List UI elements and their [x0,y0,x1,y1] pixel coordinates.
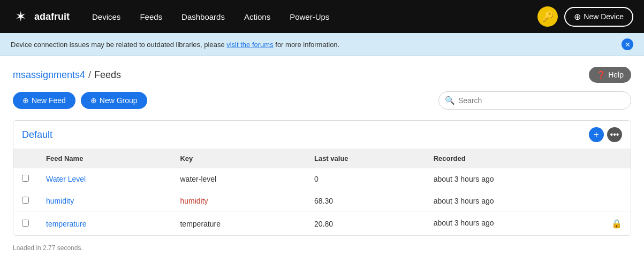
group-more-button[interactable]: ••• [607,127,622,142]
svg-text:✶: ✶ [16,11,26,22]
nav-powerups[interactable]: Power-Ups [280,2,339,32]
search-input[interactable] [438,91,631,110]
row-checkbox-cell [13,212,37,236]
breadcrumb-current: Feeds [94,69,121,81]
new-feed-button[interactable]: ⊕ New Feed [13,92,75,109]
row-checkbox[interactable] [22,175,29,182]
group-header: Default + ••• [13,121,631,149]
group-actions: + ••• [589,127,622,142]
new-device-button[interactable]: ⊕ New Device [564,7,633,27]
col-checkbox [13,149,37,168]
col-feed-name: Feed Name [37,149,171,168]
feed-table: Feed Name Key Last value Recorded Water … [13,149,631,235]
close-icon: ✕ [625,41,631,49]
page-content: msassignments4 / Feeds ❓ Help ⊕ New Feed… [0,56,644,262]
alert-link[interactable]: visit the forums [226,41,273,49]
row-key: temperature [171,212,305,236]
plus-icon: ⊕ [90,96,97,105]
col-recorded: Recorded [425,149,631,168]
feed-name-link[interactable]: humidity [46,197,74,205]
col-key: Key [171,149,305,168]
navbar: ✶ adafruit Devices Feeds Dashboards Acti… [0,0,644,33]
row-feed-name: Water Level [37,168,171,190]
row-key: humidity [171,190,305,212]
help-button[interactable]: ❓ Help [589,67,631,83]
table-row: temperature temperature 20.80 about 3 ho… [13,212,631,236]
col-last-value: Last value [306,149,425,168]
adafruit-logo-icon: ✶ [11,7,30,26]
footer: Loaded in 2.77 seconds. [13,244,631,252]
load-time: Loaded in 2.77 seconds. [13,244,83,252]
breadcrumb-separator: / [88,69,91,81]
feed-name-link[interactable]: temperature [46,220,86,228]
nav-devices[interactable]: Devices [82,2,130,32]
plus-icon: ⊕ [574,12,581,22]
nav-links: Devices Feeds Dashboards Actions Power-U… [82,2,537,32]
row-checkbox[interactable] [22,220,29,227]
row-key: water-level [171,168,305,190]
row-last-value: 20.80 [306,212,425,236]
new-group-button[interactable]: ⊕ New Group [81,92,147,109]
row-checkbox[interactable] [22,197,29,204]
row-last-value: 0 [306,168,425,190]
row-recorded: about 3 hours ago [425,168,631,190]
feed-name-link[interactable]: Water Level [46,175,86,183]
breadcrumb: msassignments4 / Feeds ❓ Help [13,67,631,83]
row-recorded: about 3 hours ago 🔒 [425,212,631,236]
new-device-label: New Device [584,12,624,21]
search-container: 🔍 [438,91,631,110]
alert-close-button[interactable]: ✕ [622,38,633,50]
brand-name: adafruit [34,11,70,22]
table-row: humidity humidity 68.30 about 3 hours ag… [13,190,631,212]
group-title: Default [22,129,52,141]
table-row: Water Level water-level 0 about 3 hours … [13,168,631,190]
help-icon: ❓ [596,71,605,79]
plus-icon: ⊕ [22,96,29,105]
more-icon: ••• [610,130,619,139]
nav-feeds[interactable]: Feeds [130,2,172,32]
breadcrumb-left: msassignments4 / Feeds [13,69,121,81]
alert-banner: Device connection issues may be related … [0,33,644,56]
row-checkbox-cell [13,168,37,190]
alert-text: Device connection issues may be related … [11,41,339,49]
group-add-button[interactable]: + [589,127,604,142]
row-feed-name: temperature [37,212,171,236]
row-recorded: about 3 hours ago [425,190,631,212]
nav-dashboards[interactable]: Dashboards [172,2,234,32]
toolbar: ⊕ New Feed ⊕ New Group 🔍 [13,91,631,110]
navbar-right: 🔑 ⊕ New Device [537,6,633,27]
breadcrumb-user-link[interactable]: msassignments4 [13,69,85,81]
group-card-default: Default + ••• Feed Name Key Last value R… [13,120,631,236]
row-checkbox-cell [13,190,37,212]
row-last-value: 68.30 [306,190,425,212]
nav-actions[interactable]: Actions [234,2,280,32]
plus-icon: + [594,130,598,139]
table-header-row: Feed Name Key Last value Recorded [13,149,631,168]
row-feed-name: humidity [37,190,171,212]
help-label: Help [608,71,624,79]
brand-logo[interactable]: ✶ adafruit [11,7,70,26]
key-button[interactable]: 🔑 [537,6,558,27]
key-icon: 🔑 [542,11,554,22]
search-wrapper: 🔍 [438,91,631,110]
lock-icon: 🔒 [611,219,622,229]
